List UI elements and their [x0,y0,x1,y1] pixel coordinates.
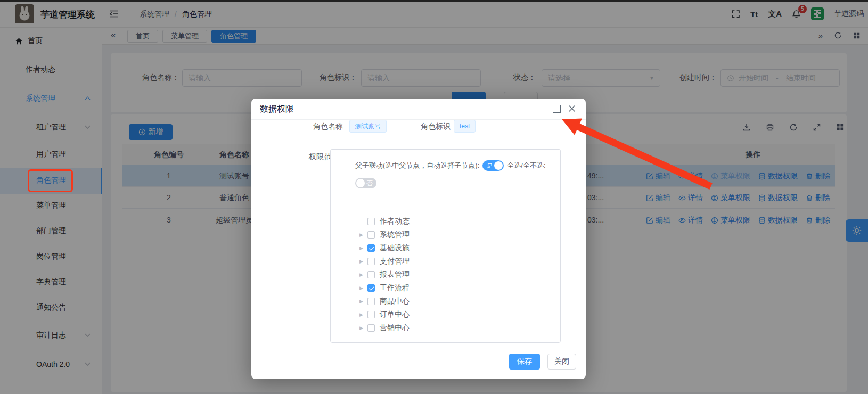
select-all-label: 全选/全不选: [507,161,545,170]
maximize-icon[interactable] [553,105,561,113]
toggle-on-text: 是 [486,162,493,169]
tree-node-workflow[interactable]: ▶ 工作流程 [359,281,560,294]
toggle-off-text: 否 [366,179,373,187]
tree-node-label: 系统管理 [380,230,410,240]
toggle-knob [356,179,365,187]
checkbox-checked[interactable] [367,244,375,252]
tree-node-order-center[interactable]: ▶ 订单中心 [359,308,560,321]
tree-node-payment-mgmt[interactable]: ▶ 支付管理 [359,255,560,268]
role-key-tag: test [454,120,476,133]
tree-node-report-mgmt[interactable]: ▶ 报表管理 [359,268,560,281]
checkbox-checked[interactable] [367,284,375,292]
tree-node-label: 订单中心 [380,310,410,319]
tree-options-box: 父子联动(选中父节点，自动选择子节点): 是 全选/全不选: 否 [330,149,561,209]
linkage-label: 父子联动(选中父节点，自动选择子节点): [355,161,479,170]
tree-node-label: 营销中心 [380,323,410,333]
save-button[interactable]: 保存 [509,354,540,370]
checkbox-unchecked[interactable] [367,324,375,332]
tree-node-label: 作者动态 [380,217,410,226]
tree-node-author-news[interactable]: ▶ 作者动态 [359,215,560,228]
checkbox-unchecked[interactable] [367,218,375,225]
tree-arrow-icon[interactable]: ▶ [359,285,366,291]
tree-node-label: 商品中心 [380,297,410,306]
dialog-role-key-label: 角色标识 [421,122,451,132]
tree-arrow-icon[interactable]: ▶ [359,259,366,264]
checkbox-unchecked[interactable] [367,258,375,265]
toggle-knob [494,161,503,170]
tree-node-label: 报表管理 [380,270,410,280]
dialog-header[interactable]: 数据权限 [251,98,586,120]
close-button[interactable]: 关闭 [547,354,576,370]
role-name-tag: 测试账号 [349,120,387,133]
checkbox-unchecked[interactable] [367,231,375,239]
dialog-role-name-label: 角色名称 [313,122,343,132]
dialog-title: 数据权限 [260,104,294,115]
checkbox-unchecked[interactable] [367,271,375,278]
select-all-toggle-off[interactable]: 否 [355,178,376,188]
tree-arrow-icon[interactable]: ▶ [359,312,366,317]
tree-arrow-icon[interactable]: ▶ [359,325,366,331]
tree-arrow-icon[interactable]: ▶ [359,232,366,237]
linkage-row: 父子联动(选中父节点，自动选择子节点): 是 全选/全不选: [355,160,560,171]
linkage-toggle-on[interactable]: 是 [482,160,504,171]
tree-arrow-icon[interactable]: ▶ [359,245,366,251]
tree-node-system-mgmt[interactable]: ▶ 系统管理 [359,228,560,241]
tree-node-label: 工作流程 [380,283,410,293]
checkbox-unchecked[interactable] [367,298,375,305]
tree-node-marketing-center[interactable]: ▶ 营销中心 [359,321,560,334]
tree-node-infrastructure[interactable]: ▶ 基础设施 [359,241,560,255]
app-screen: 芋道管理系统 系统管理 / 角色管理 Tt 文A 5 芋道源码 [0,0,868,394]
tree-arrow-icon[interactable]: ▶ [359,299,366,304]
close-icon[interactable] [568,104,576,113]
tree-arrow-icon[interactable]: ▶ [359,272,366,277]
data-permission-dialog: 数据权限 角色名称 测试账号 角色标识 test 权限范围 父子联动(选中父节点… [251,98,586,379]
select-all-row: 否 [355,178,560,191]
dialog-footer: 保存 关闭 [509,354,576,370]
tree-node-product-center[interactable]: ▶ 商品中心 [359,294,560,308]
checkbox-unchecked[interactable] [367,311,375,318]
tree-node-label: 支付管理 [380,257,410,266]
tree-node-label: 基础设施 [380,243,410,253]
permission-tree-box: ▶ 作者动态 ▶ 系统管理 ▶ 基础设施 ▶ 支付管理 ▶ [330,209,561,343]
